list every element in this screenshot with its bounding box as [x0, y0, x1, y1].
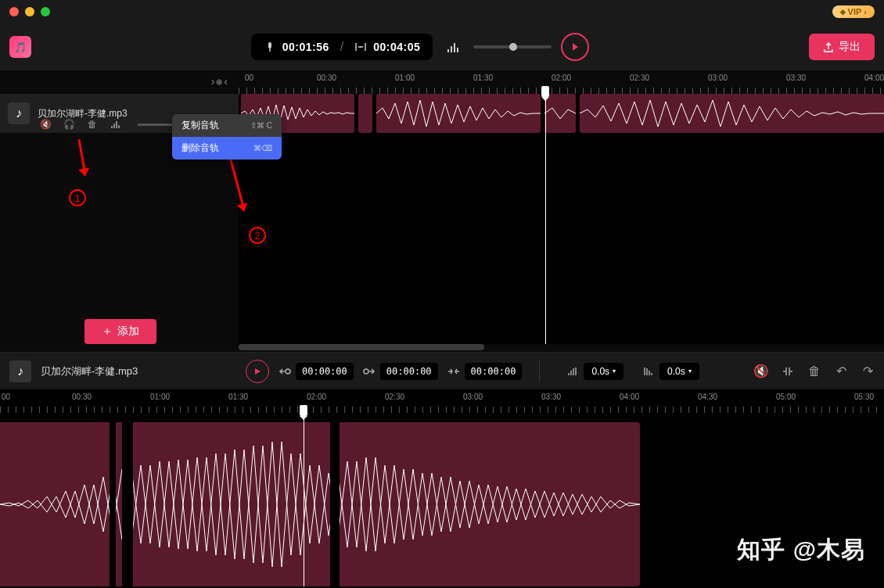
add-label: 添加: [117, 324, 139, 339]
duration-icon: [354, 41, 367, 53]
trim-start-icon: [278, 366, 291, 377]
equalizer-icon[interactable]: [442, 36, 464, 58]
time-display: 00:01:56 / 00:04:05: [251, 34, 433, 60]
track-panel: ›⎈‹ ♪ 贝加尔湖畔-李健.mp3 🔇 🎧 🗑 ＋添加 1: [0, 70, 239, 352]
menu-copy-track[interactable]: 复制音轨 ⇧⌘ C: [172, 114, 282, 137]
detail-track-name: 贝加尔湖畔-李健.mp3: [41, 364, 236, 378]
trim-start-value[interactable]: 00:00:00: [296, 363, 354, 380]
menu-copy-shortcut: ⇧⌘ C: [250, 121, 272, 130]
delete-icon[interactable]: 🗑: [807, 364, 821, 378]
detail-playhead[interactable]: [304, 405, 304, 586]
trim-end-value[interactable]: 00:00:00: [380, 363, 438, 380]
split-icon[interactable]: [781, 364, 795, 378]
svg-point-3: [364, 369, 368, 374]
total-time: 00:04:05: [373, 41, 420, 53]
trim-collapse-icon: [447, 366, 460, 377]
menu-copy-label: 复制音轨: [181, 119, 219, 132]
delete-track-icon[interactable]: 🗑: [86, 118, 99, 131]
maximize-window[interactable]: [41, 7, 50, 16]
audio-clip[interactable]: [358, 94, 372, 133]
menu-delete-shortcut: ⌘⌫: [253, 144, 272, 152]
export-button[interactable]: 导出: [809, 34, 875, 60]
mute-icon[interactable]: 🔇: [39, 118, 52, 131]
minimize-window[interactable]: [25, 7, 34, 16]
fade-out-value[interactable]: 0.0s ▾: [659, 363, 699, 380]
timeline-ruler[interactable]: 00 00:30 01:00 01:30 02:00 02:30 03:00 0…: [239, 70, 884, 94]
svg-point-1: [360, 46, 361, 48]
watermark: 知乎 @木易: [737, 534, 865, 566]
trim-offset-value[interactable]: 00:00:00: [465, 363, 523, 380]
menu-delete-track[interactable]: 删除音轨 ⌘⌫: [172, 137, 282, 160]
playhead[interactable]: [545, 86, 546, 352]
undo-icon[interactable]: ↶: [834, 364, 848, 378]
toolbar: 🎵 00:01:56 / 00:04:05 导出: [0, 23, 884, 70]
fade-in-icon: [568, 367, 579, 376]
timeline-panel[interactable]: 00 00:30 01:00 01:30 02:00 02:30 03:00 0…: [239, 70, 884, 352]
upper-editor: ›⎈‹ ♪ 贝加尔湖畔-李健.mp3 🔇 🎧 🗑 ＋添加 1 00 00:30: [0, 70, 884, 352]
current-time: 00:01:56: [282, 41, 329, 53]
trim-end-icon: [363, 366, 376, 377]
audio-clip[interactable]: [580, 94, 884, 133]
annotation-arrow-1: [81, 139, 83, 170]
track-eq-icon[interactable]: [110, 118, 122, 131]
detail-play-button[interactable]: [246, 360, 269, 383]
time-separator: /: [340, 40, 343, 54]
svg-point-2: [286, 369, 290, 374]
menu-delete-label: 删除音轨: [181, 142, 219, 155]
music-note-icon: ♪: [8, 102, 30, 124]
track-volume-slider[interactable]: [138, 124, 177, 126]
redo-icon[interactable]: ↷: [861, 364, 875, 378]
play-button[interactable]: [561, 33, 589, 61]
detail-waveform[interactable]: [0, 422, 640, 586]
export-label: 导出: [839, 40, 861, 54]
titlebar: VIP: [0, 0, 884, 23]
app-icon: 🎵: [9, 36, 31, 58]
export-icon: [823, 41, 834, 52]
audio-clip[interactable]: [544, 94, 576, 133]
fade-in-value[interactable]: 0.0s ▾: [584, 363, 623, 380]
fade-out-icon: [644, 367, 655, 376]
annotation-1: 1: [69, 189, 86, 206]
playhead-icon: [264, 41, 276, 53]
plus-icon: ＋: [102, 324, 113, 339]
mute-icon[interactable]: 🔇: [754, 364, 768, 378]
window-controls: [9, 7, 50, 16]
timeline-scrollbar[interactable]: [239, 344, 884, 352]
vip-label: VIP: [848, 7, 862, 16]
music-note-icon: ♪: [9, 360, 31, 382]
close-window[interactable]: [9, 7, 19, 16]
solo-icon[interactable]: 🎧: [63, 118, 75, 131]
vip-badge[interactable]: VIP: [832, 5, 875, 18]
volume-slider[interactable]: [473, 45, 552, 48]
svg-rect-0: [268, 42, 271, 48]
detail-bar: ♪ 贝加尔湖畔-李健.mp3 00:00:00 00:00:00 00:00:0…: [0, 352, 884, 389]
add-track-button[interactable]: ＋添加: [84, 319, 156, 344]
audio-clip[interactable]: [376, 94, 541, 133]
zoom-control[interactable]: ›⎈‹: [211, 75, 229, 88]
annotation-arrow-2: [235, 152, 237, 206]
detail-ruler[interactable]: 00 00:30 01:00 01:30 02:00 02:30 03:00 0…: [0, 389, 884, 413]
context-menu: 复制音轨 ⇧⌘ C 删除音轨 ⌘⌫: [172, 114, 282, 160]
annotation-2: 2: [249, 227, 266, 244]
